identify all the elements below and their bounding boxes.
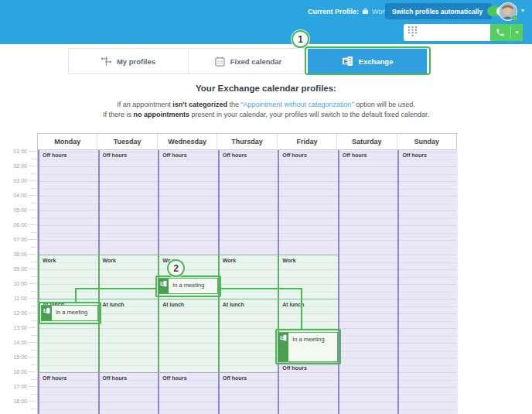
section-label: Off hours [279,150,338,158]
time-tick [29,357,36,358]
section-label: Off hours [399,150,458,158]
time-tick [29,224,36,225]
time-tick [31,217,36,218]
dial-input-group: ▾ [404,24,523,41]
avatar-menu-caret-icon[interactable]: ▾ [521,7,524,14]
time-tick [31,232,36,233]
switch-profiles-label: Switch profiles automatically [392,8,483,15]
time-label: 07:00 [13,237,27,242]
calendar-section: Off hours [218,372,278,414]
calendar-section: Work [218,255,278,299]
calendar-section: Off hours [158,150,218,255]
annotation-badge-2: 2 [167,259,185,277]
time-tick [29,254,36,255]
time-tick [31,335,36,336]
profiles-signpost-icon [101,56,111,67]
time-tick [29,180,36,181]
time-label: 11:00 [14,296,27,301]
day-header: Thursday [217,134,277,149]
time-tick [31,203,36,204]
event-stripe: E [278,333,288,361]
annotation-connector [75,288,77,303]
time-label: 13:00 [13,325,27,330]
svg-text:E: E [162,282,164,286]
avatar[interactable] [499,2,517,21]
time-label: 15:00 [13,354,27,360]
calendar-section: Off hours [218,150,278,255]
day-column: Off hours [338,150,398,413]
section-label: Work [39,255,98,263]
section-label: At lunch [220,299,278,307]
time-tick [31,159,36,159]
meeting-event[interactable]: EIn a meeting [41,305,98,322]
time-tick [31,379,36,380]
time-label: 02:00 [13,163,27,169]
section-label: At lunch [279,299,338,307]
time-tick [31,394,36,395]
briefcase-icon [362,8,369,15]
section-label: Off hours [100,150,159,158]
exchange-calendar: MondayTuesdayWednesdayThursdayFridaySatu… [37,133,457,414]
tab-label: Exchange [359,57,394,66]
section-label: Off hours [100,373,159,381]
section-label: Off hours [220,150,278,158]
phone-icon [490,28,510,37]
calendar-section: Work [38,255,98,299]
time-tick [29,269,36,269]
tab-label: Fixed calendar [230,57,282,66]
time-tick [29,401,36,402]
meeting-event[interactable]: EIn a meeting [278,332,338,362]
tab-exchange[interactable]: E Exchange [308,49,427,74]
annotation-connector [220,288,302,289]
time-label: 10:00 [13,281,27,286]
time-gutter: 01:0002:0003:0004:0005:0006:0007:0008:00… [0,133,37,414]
app-window: Current Profile: Work Switch profiles au… [0,0,532,414]
calendar-section: Off hours [397,150,458,414]
calendar-section: Off hours [338,150,398,414]
section-label: Off hours [39,150,98,158]
dial-number-input[interactable] [417,24,490,41]
time-tick [31,409,36,409]
calendar-section: Work [98,255,159,299]
time-tick [31,188,36,189]
current-profile: Current Profile: Work [308,0,388,22]
intro-section: Your Exchange calendar profiles: If an a… [0,84,532,119]
time-tick [29,283,36,284]
svg-text:E: E [343,58,347,65]
event-stripe: E [159,279,169,293]
event-label: In a meeting [52,306,87,321]
calendar-day-header-row: MondayTuesdayWednesdayThursdayFridaySatu… [38,134,456,150]
time-label: 03:00 [13,178,27,183]
time-label: 16:00 [13,369,27,375]
tab-my-profiles[interactable]: My profiles [69,49,188,74]
calendar-section: Off hours [278,150,338,255]
time-tick [31,306,36,306]
tab-fixed-calendar[interactable]: Fixed calendar [188,49,308,74]
time-tick [29,298,36,299]
section-label: At lunch [159,299,218,307]
day-header: Friday [278,134,337,149]
exchange-icon: E [280,334,287,341]
call-button[interactable]: ▾ [490,24,523,41]
fixed-calendar-icon [215,56,225,67]
time-tick [29,166,36,166]
day-column: Off hoursWorkAt lunchOff hours [278,150,338,413]
time-tick [29,151,36,152]
call-options-caret-icon[interactable]: ▾ [511,29,523,36]
calendar-section: At lunch [218,299,278,372]
section-label: Off hours [159,150,218,158]
intro-line-1: If an appointment isn't categorized the … [0,100,532,110]
meeting-event[interactable]: EIn a meeting [158,278,218,294]
day-header: Tuesday [97,134,157,149]
time-tick [29,327,36,328]
online-status-dot [512,15,518,22]
time-tick [31,364,36,365]
exchange-icon: E [160,280,167,287]
time-tick [29,313,36,313]
time-tick [31,247,36,248]
switch-profiles-pill[interactable]: Switch profiles automatically [385,3,492,19]
calendar-section: Off hours [38,150,98,255]
appointment-without-categorization-link[interactable]: “Appointment without categorization” [241,101,354,108]
time-label: 18:00 [13,399,27,404]
section-label: Work [100,255,159,263]
